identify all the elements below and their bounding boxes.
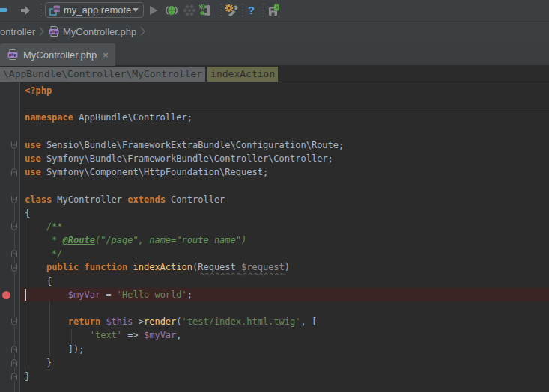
close-icon[interactable]: × <box>103 49 109 61</box>
run-icon[interactable] <box>148 4 160 16</box>
save-all-icon[interactable] <box>267 4 281 17</box>
context-method-chip[interactable]: indexAction <box>207 67 278 82</box>
help-icon[interactable]: ? <box>248 4 255 16</box>
breadcrumb: ontroller php MyController.php <box>0 21 549 41</box>
chevron-down-icon <box>133 8 139 12</box>
fold-marker-end[interactable] <box>10 345 19 354</box>
debug-icon[interactable] <box>165 4 178 17</box>
code-line-17[interactable] <box>21 301 549 315</box>
chevron-right-icon <box>139 26 146 37</box>
text-caret <box>25 289 26 301</box>
breadcrumb-item-file[interactable]: MyController.php <box>63 26 136 37</box>
forward-arrow-icon[interactable] <box>19 4 31 16</box>
tab-mycontroller-php[interactable]: php MyController.php × <box>0 43 115 66</box>
fold-marker-start[interactable] <box>10 222 19 231</box>
run-configuration-name: my_app remote <box>64 4 133 16</box>
svg-text:php: php <box>50 29 58 34</box>
code-line-14[interactable]: public function indexAction(Request $req… <box>21 260 549 274</box>
context-class-chip[interactable]: \AppBundle\Controller\MyController <box>0 67 205 82</box>
code-line-16[interactable]: $myVar = 'Hello world'; <box>21 288 549 301</box>
svg-text:php: php <box>9 52 17 57</box>
code-line-10[interactable]: { <box>21 206 549 220</box>
toolbar-separator <box>40 4 42 17</box>
fold-marker-start[interactable] <box>10 141 19 150</box>
fold-marker-start[interactable] <box>10 195 19 204</box>
phpstorm-window: php my_app remote <box>0 0 549 392</box>
breadcrumb-item-controller[interactable]: ontroller <box>0 26 35 37</box>
code-line-22[interactable]: } <box>21 370 549 383</box>
fold-marker-end[interactable] <box>10 249 19 258</box>
code-line-21[interactable]: } <box>21 356 549 370</box>
code-line-15[interactable]: { <box>21 275 549 288</box>
main-toolbar: php my_app remote <box>0 0 549 21</box>
fold-marker-end[interactable] <box>10 372 19 381</box>
fold-marker-end[interactable] <box>10 358 19 367</box>
code-line-3[interactable]: namespace AppBundle\Controller; <box>21 111 549 124</box>
code-lines: <?phpnamespace AppBundle\Controller;use … <box>21 82 549 383</box>
code-line-18[interactable]: return $this->render('test/index.html.tw… <box>21 315 549 328</box>
editor-gutter[interactable] <box>0 82 20 392</box>
code-line-7[interactable]: use Symfony\Component\HttpFoundation\Req… <box>21 165 549 179</box>
code-line-8[interactable] <box>21 179 549 192</box>
run-configuration-select[interactable]: php my_app remote <box>45 2 144 18</box>
php-file-icon: php <box>7 49 19 61</box>
code-area: <?phpnamespace AppBundle\Controller;use … <box>21 82 549 392</box>
fold-marker-start[interactable] <box>10 263 19 272</box>
code-line-11[interactable]: /** <box>21 220 549 233</box>
tab-title: MyController.php <box>23 49 97 61</box>
settings-wrench-icon[interactable] <box>225 4 238 17</box>
code-editor[interactable]: <?phpnamespace AppBundle\Controller;use … <box>0 82 549 392</box>
phone-listen-debug-icon[interactable] <box>198 4 212 17</box>
back-arrow-fragment-icon[interactable] <box>0 8 7 12</box>
toolbar-separator <box>263 4 264 17</box>
toolbar-separator <box>242 4 243 17</box>
code-line-4[interactable] <box>21 125 549 138</box>
php-file-icon: php <box>48 25 60 37</box>
editor-context-bar: \AppBundle\Controller\MyController index… <box>0 66 549 82</box>
code-line-1[interactable]: <?php <box>21 84 549 97</box>
coverage-icon[interactable] <box>183 4 195 16</box>
code-line-6[interactable]: use Symfony\Bundle\FrameworkBundle\Contr… <box>21 152 549 165</box>
code-line-2[interactable] <box>21 97 549 111</box>
chevron-right-icon <box>38 26 45 37</box>
code-line-9[interactable]: class MyController extends Controller <box>21 193 549 206</box>
fold-marker-end[interactable] <box>10 168 19 177</box>
svg-text:php: php <box>53 6 60 10</box>
code-line-12[interactable]: * @Route("/page", name="route_name") <box>21 233 549 247</box>
code-line-5[interactable]: use Sensio\Bundle\FrameworkExtraBundle\C… <box>21 138 549 152</box>
editor-tab-bar: php MyController.php × <box>0 41 549 66</box>
code-line-19[interactable]: 'text' => $myVar, <box>21 328 549 342</box>
code-line-20[interactable]: ]); <box>21 343 549 356</box>
toolbar-separator <box>220 4 222 17</box>
breakpoint-icon[interactable] <box>2 291 10 299</box>
php-remote-config-icon: php <box>49 4 61 16</box>
fold-marker-start[interactable] <box>10 317 19 326</box>
code-line-13[interactable]: */ <box>21 247 549 260</box>
